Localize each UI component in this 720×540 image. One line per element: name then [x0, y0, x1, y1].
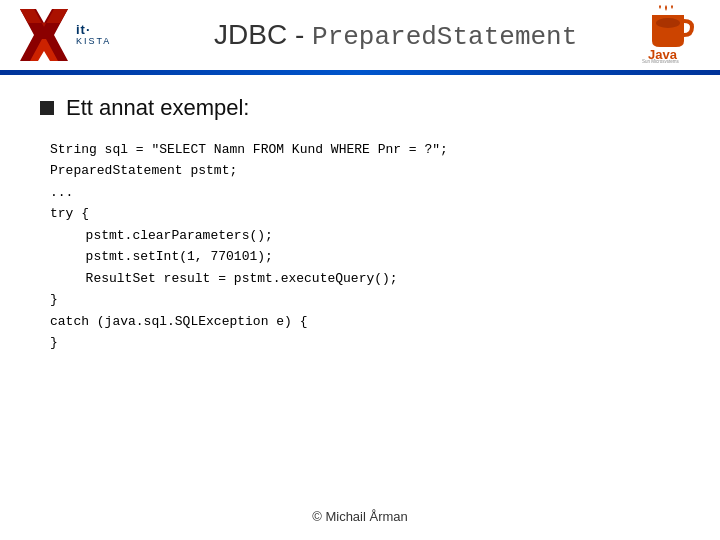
java-logo-icon: Java Sun Microsystems — [640, 5, 695, 63]
university-logo-icon — [20, 9, 68, 61]
code-line-9: catch (java.sql.SQLException e) { — [50, 311, 680, 332]
code-line-10: } — [50, 332, 680, 353]
code-block: String sql = "SELECT Namn FROM Kund WHER… — [40, 139, 680, 353]
svg-marker-2 — [20, 9, 68, 27]
university-logo: it· KISTA — [20, 9, 111, 61]
university-name: it· KISTA — [76, 23, 111, 47]
code-line-6: pstmt.setInt(1, 770101); — [50, 246, 680, 267]
svg-point-3 — [656, 18, 680, 28]
section-header: Ett annat exempel: — [40, 95, 680, 121]
page-title: JDBC - PreparedStatement — [111, 19, 640, 52]
university-name-it: it· — [76, 23, 111, 37]
java-logo: Java Sun Microsystems — [640, 5, 700, 65]
footer: © Michail Årman — [0, 509, 720, 524]
code-line-1: String sql = "SELECT Namn FROM Kund WHER… — [50, 139, 680, 160]
svg-text:Sun Microsystems: Sun Microsystems — [642, 59, 680, 63]
code-line-8: } — [50, 289, 680, 310]
code-line-5: pstmt.clearParameters(); — [50, 225, 680, 246]
code-line-2: PreparedStatement pstmt; — [50, 160, 680, 181]
code-line-3: ... — [50, 182, 680, 203]
title-prefix: JDBC - — [214, 19, 312, 50]
title-main: PreparedStatement — [312, 22, 577, 52]
footer-text: © Michail Årman — [312, 509, 408, 524]
main-content: Ett annat exempel: String sql = "SELECT … — [0, 75, 720, 373]
bullet-icon — [40, 101, 54, 115]
header: it· KISTA JDBC - PreparedStatement Java … — [0, 0, 720, 70]
code-line-7: ResultSet result = pstmt.executeQuery(); — [50, 268, 680, 289]
university-name-kista: KISTA — [76, 37, 111, 47]
code-line-4: try { — [50, 203, 680, 224]
section-title: Ett annat exempel: — [66, 95, 249, 121]
